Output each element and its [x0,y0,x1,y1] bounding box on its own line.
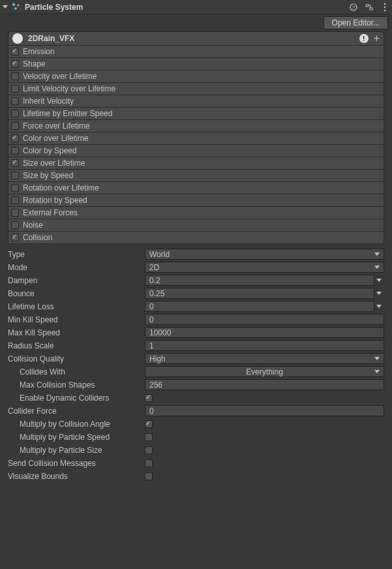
module-color-by-speed[interactable]: Color by Speed [8,145,384,157]
add-module-icon[interactable]: + [372,35,381,42]
curve-menu-icon[interactable] [374,279,384,282]
module-label: Color by Speed [23,146,77,155]
preset-icon[interactable] [365,3,374,12]
field-dampen[interactable]: 0.2 [145,275,374,286]
module-checkbox[interactable] [11,147,19,155]
module-checkbox[interactable] [11,72,19,80]
open-editor-row: Open Editor... [0,14,392,31]
prop-bounce: Bounce 0.25 [8,287,384,300]
module-checkbox[interactable] [11,97,19,105]
module-rotation-over-lifetime[interactable]: Rotation over Lifetime [8,182,384,194]
module-inherit-velocity[interactable]: Inherit Velocity [8,95,384,108]
checkbox-mult-angle[interactable] [145,420,153,428]
label-mult-angle: Multiply by Collision Angle [8,420,145,429]
chevron-down-icon [374,253,380,256]
module-checkbox[interactable] [11,134,19,142]
dropdown-quality[interactable]: High [145,353,384,364]
value-type: World [149,250,170,259]
module-label: Size by Speed [23,171,73,180]
module-checkbox[interactable] [11,48,19,55]
field-collider-force[interactable]: 0 [145,405,384,416]
module-external-forces[interactable]: External Forces [8,207,384,219]
particle-preview-icon [12,33,23,44]
dropdown-type[interactable]: World [145,249,384,260]
module-label: Emission [23,47,55,56]
prop-mult-psize: Multiply by Particle Size [8,444,384,456]
module-label: Lifetime by Emitter Speed [23,109,112,118]
module-noise[interactable]: Noise [8,219,384,232]
label-collision-quality: Collision Quality [8,354,145,363]
module-checkbox[interactable] [11,221,19,229]
dropdown-collides-with[interactable]: Everything [145,366,384,377]
module-checkbox[interactable] [11,110,19,117]
module-checkbox[interactable] [11,122,19,130]
module-limit-velocity-over-lifetime[interactable]: Limit Velocity over Lifetime [8,83,384,95]
field-radius-scale[interactable]: 1 [145,340,384,351]
value-mode: 2D [149,263,159,272]
chevron-down-icon [374,357,380,360]
prop-mode: Mode 2D [8,261,384,273]
dropdown-mode[interactable]: 2D [145,262,384,273]
module-rotation-by-speed[interactable]: Rotation by Speed [8,194,384,207]
component-header: Particle System ? [0,0,392,14]
prop-max-shapes: Max Collision Shapes 256 [8,378,384,391]
label-collider-force: Collider Force [8,407,145,416]
module-label: Size over Lifetime [23,159,85,168]
label-min-kill: Min Kill Speed [8,315,145,324]
help-icon[interactable]: ? [349,3,358,12]
checkbox-send-messages[interactable] [145,459,153,467]
module-label: Color over Lifetime [23,134,89,143]
foldout-toggle[interactable] [3,5,8,8]
module-velocity-over-lifetime[interactable]: Velocity over Lifetime [8,70,384,83]
prop-radius-scale: Radius Scale 1 [8,339,384,352]
module-checkbox[interactable] [11,196,19,204]
module-color-over-lifetime[interactable]: Color over Lifetime [8,132,384,145]
svg-point-1 [18,4,20,6]
main-module-header[interactable]: 2DRain_VFX ! + [8,31,384,46]
warning-icon[interactable]: ! [359,34,369,43]
module-checkbox[interactable] [11,184,19,192]
svg-point-0 [12,3,15,6]
prop-max-kill: Max Kill Speed 10000 [8,326,384,339]
field-min-kill[interactable]: 0 [145,314,384,325]
module-checkbox[interactable] [11,60,19,68]
module-size-over-lifetime[interactable]: Size over Lifetime [8,157,384,170]
checkbox-mult-pspeed[interactable] [145,433,153,441]
module-checkbox[interactable] [11,234,19,241]
prop-mult-pspeed: Multiply by Particle Speed [8,431,384,443]
prop-dynamic-colliders: Enable Dynamic Colliders [8,392,384,404]
label-radius-scale: Radius Scale [8,341,145,350]
chevron-down-icon [374,266,380,269]
module-checkbox[interactable] [11,172,19,179]
particle-system-icon [12,3,21,12]
curve-menu-icon[interactable] [374,292,384,295]
module-shape[interactable]: Shape [8,58,384,70]
curve-menu-icon[interactable] [374,305,384,308]
module-checkbox[interactable] [11,209,19,217]
label-max-kill: Max Kill Speed [8,328,145,337]
checkbox-mult-psize[interactable] [145,446,153,454]
field-max-kill[interactable]: 10000 [145,327,384,338]
module-label: Collision [23,233,52,242]
module-size-by-speed[interactable]: Size by Speed [8,170,384,182]
field-max-shapes[interactable]: 256 [145,379,384,390]
module-label: External Forces [23,208,78,217]
label-mult-pspeed: Multiply by Particle Speed [8,433,145,442]
module-force-over-lifetime[interactable]: Force over Lifetime [8,120,384,132]
checkbox-dynamic-colliders[interactable] [145,394,153,402]
module-label: Force over Lifetime [23,121,90,131]
field-lifetime-loss[interactable]: 0 [145,301,374,312]
svg-point-8 [384,6,386,8]
module-lifetime-by-emitter-speed[interactable]: Lifetime by Emitter Speed [8,108,384,120]
module-checkbox[interactable] [11,85,19,93]
module-checkbox[interactable] [11,159,19,167]
module-emission[interactable]: Emission [8,46,384,58]
label-send-messages: Send Collision Messages [8,459,145,468]
module-label: Shape [23,59,46,69]
checkbox-visualize[interactable] [145,472,153,480]
menu-icon[interactable] [380,3,389,12]
svg-text:?: ? [352,5,355,10]
field-bounce[interactable]: 0.25 [145,288,374,299]
open-editor-button[interactable]: Open Editor... [324,16,388,29]
module-collision[interactable]: Collision [8,232,384,244]
